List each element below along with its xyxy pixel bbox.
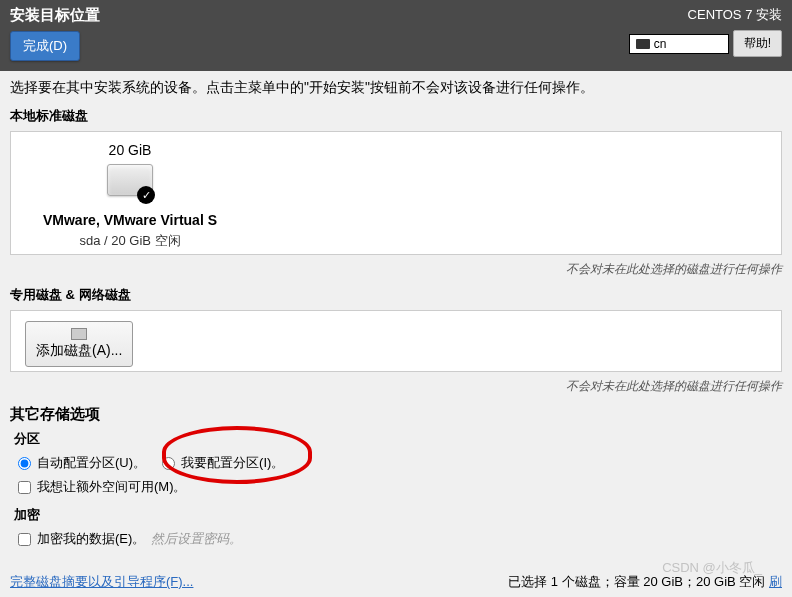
auto-partition-input[interactable] <box>18 457 31 470</box>
special-disks-area: 添加磁盘(A)... <box>10 310 782 372</box>
header-controls: cn 帮助! <box>629 30 782 57</box>
extra-space-input[interactable] <box>18 481 31 494</box>
special-disks-note: 不会对未在此处选择的磁盘进行任何操作 <box>10 378 782 395</box>
footer: 完整磁盘摘要以及引导程序(F)... 已选择 1 个磁盘；容量 20 GiB；2… <box>0 573 792 591</box>
encrypt-data-label: 加密我的数据(E)。 <box>37 530 145 548</box>
encrypt-data-check[interactable]: 加密我的数据(E)。 然后设置密码。 <box>18 530 782 548</box>
help-button[interactable]: 帮助! <box>733 30 782 57</box>
other-storage-title: 其它存储选项 <box>10 405 782 424</box>
extra-space-label: 我想让额外空间可用(M)。 <box>37 478 187 496</box>
disk-icon-wrap: ✓ <box>107 164 153 202</box>
special-disks-label: 专用磁盘 & 网络磁盘 <box>10 286 782 304</box>
add-disk-icon <box>71 328 87 340</box>
keyboard-layout-selector[interactable]: cn <box>629 34 729 54</box>
refresh-link[interactable]: 刷 <box>769 574 782 589</box>
footer-status-wrap: 已选择 1 个磁盘；容量 20 GiB；20 GiB 空闲 刷 <box>508 573 782 591</box>
auto-partition-label: 自动配置分区(U)。 <box>37 454 146 472</box>
page-title: 安装目标位置 <box>10 6 100 25</box>
partition-label: 分区 <box>14 430 782 448</box>
disk-item[interactable]: 20 GiB ✓ VMware, VMware Virtual S sda / … <box>25 142 235 250</box>
installer-name: CENTOS 7 安装 <box>688 6 782 24</box>
manual-partition-input[interactable] <box>162 457 175 470</box>
encryption-group: 加密 加密我的数据(E)。 然后设置密码。 <box>14 506 782 548</box>
auto-partition-radio[interactable]: 自动配置分区(U)。 <box>18 454 146 472</box>
checkmark-icon: ✓ <box>137 186 155 204</box>
disk-size: 20 GiB <box>109 142 152 158</box>
local-disks-label: 本地标准磁盘 <box>10 107 782 125</box>
add-disk-button[interactable]: 添加磁盘(A)... <box>25 321 133 367</box>
encryption-label: 加密 <box>14 506 782 524</box>
disk-summary-link[interactable]: 完整磁盘摘要以及引导程序(F)... <box>10 573 193 591</box>
instruction-text: 选择要在其中安装系统的设备。点击主菜单中的"开始安装"按钮前不会对该设备进行任何… <box>10 79 782 97</box>
local-disks-note: 不会对未在此处选择的磁盘进行任何操作 <box>10 261 782 278</box>
encrypt-data-input[interactable] <box>18 533 31 546</box>
footer-status: 已选择 1 个磁盘；容量 20 GiB；20 GiB 空闲 <box>508 574 769 589</box>
manual-partition-label: 我要配置分区(I)。 <box>181 454 284 472</box>
content: 选择要在其中安装系统的设备。点击主菜单中的"开始安装"按钮前不会对该设备进行任何… <box>0 71 792 556</box>
extra-space-check[interactable]: 我想让额外空间可用(M)。 <box>18 478 782 496</box>
local-disks-area: 20 GiB ✓ VMware, VMware Virtual S sda / … <box>10 131 782 255</box>
partition-radio-row: 自动配置分区(U)。 我要配置分区(I)。 <box>18 454 782 472</box>
disk-name: VMware, VMware Virtual S <box>43 212 217 228</box>
done-button[interactable]: 完成(D) <box>10 31 80 61</box>
keyboard-layout-label: cn <box>654 37 667 51</box>
header-left: 安装目标位置 完成(D) <box>10 6 100 61</box>
manual-partition-radio[interactable]: 我要配置分区(I)。 <box>162 454 284 472</box>
header-right: CENTOS 7 安装 cn 帮助! <box>629 6 782 61</box>
other-storage-section: 其它存储选项 分区 自动配置分区(U)。 我要配置分区(I)。 我想让额外空间可… <box>10 405 782 548</box>
add-disk-label: 添加磁盘(A)... <box>36 342 122 360</box>
disk-info: sda / 20 GiB 空闲 <box>79 232 180 250</box>
partition-group: 分区 自动配置分区(U)。 我要配置分区(I)。 我想让额外空间可用(M)。 <box>14 430 782 496</box>
header: 安装目标位置 完成(D) CENTOS 7 安装 cn 帮助! <box>0 0 792 71</box>
encryption-hint: 然后设置密码。 <box>151 530 242 548</box>
keyboard-icon <box>636 39 650 49</box>
